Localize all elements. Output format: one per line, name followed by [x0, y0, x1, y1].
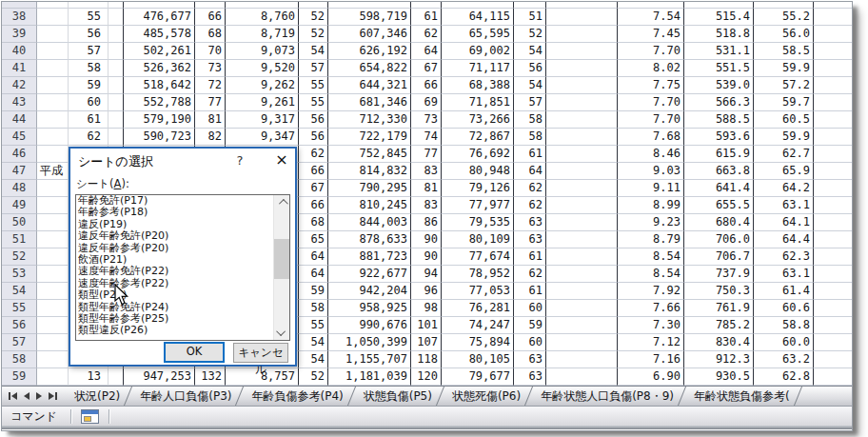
row-header[interactable]: 39	[2, 26, 37, 43]
cell[interactable]	[299, 2, 328, 9]
cell[interactable]: 579,190	[124, 111, 195, 129]
cell[interactable]	[814, 43, 852, 60]
cell[interactable]	[108, 129, 124, 146]
cell[interactable]: 7.12	[618, 334, 684, 351]
cell[interactable]: 64,115	[442, 9, 514, 26]
cell[interactable]: 8.79	[618, 231, 684, 248]
cell[interactable]: 68	[195, 26, 226, 43]
cancel-button[interactable]: キャンセル	[233, 343, 288, 363]
cell[interactable]	[37, 351, 69, 368]
cell[interactable]: 947,253	[124, 368, 195, 386]
cell[interactable]	[546, 60, 618, 77]
cell[interactable]: 80,109	[442, 231, 514, 248]
cell[interactable]: 63	[514, 368, 546, 386]
cell[interactable]	[37, 94, 69, 111]
cell[interactable]: 6.90	[618, 368, 684, 386]
cell[interactable]	[814, 9, 852, 26]
cell[interactable]: 57	[69, 43, 108, 60]
cell[interactable]	[37, 300, 69, 317]
cell[interactable]: 81	[195, 111, 226, 129]
sheet-tab[interactable]: 状態負傷(P5)	[356, 387, 436, 406]
help-icon[interactable]: ?	[232, 153, 247, 168]
cell[interactable]: 64	[411, 43, 442, 60]
cell[interactable]: 56	[69, 26, 108, 43]
cell[interactable]: 77,674	[442, 248, 514, 266]
cell[interactable]	[814, 60, 852, 77]
cell[interactable]	[37, 231, 69, 248]
row-header[interactable]: 56	[2, 317, 37, 334]
cell[interactable]: 485,578	[124, 26, 195, 43]
cell[interactable]	[754, 2, 814, 9]
cell[interactable]: 722,179	[328, 129, 411, 146]
cell[interactable]: 990,676	[328, 317, 411, 334]
cell[interactable]: 737.9	[684, 266, 754, 283]
cell[interactable]	[814, 266, 852, 283]
cell[interactable]: 60.5	[754, 111, 814, 129]
cell[interactable]: 607,346	[328, 26, 411, 43]
cell[interactable]: 65,595	[442, 26, 514, 43]
cell[interactable]: 750.3	[684, 283, 754, 300]
cell[interactable]: 526,362	[124, 60, 195, 77]
next-sheet-button[interactable]	[36, 392, 42, 400]
row-header[interactable]: 45	[2, 129, 37, 146]
cell[interactable]	[546, 266, 618, 283]
cell[interactable]: 1,181,039	[328, 368, 411, 386]
cell[interactable]	[546, 2, 618, 9]
sheet-listbox[interactable]: 年齢免許(P17)年齢参考(P18)違反(P19)違反年齢免許(P20)違反年齢…	[75, 194, 290, 341]
cell[interactable]: 86	[411, 214, 442, 231]
cell[interactable]: 77	[195, 94, 226, 111]
dialog-title-bar[interactable]: シートの選択 ? ×	[70, 149, 295, 173]
cell[interactable]: 66	[299, 163, 328, 180]
cell[interactable]: 62	[69, 129, 108, 146]
cell[interactable]	[442, 2, 514, 9]
cell[interactable]: 75,894	[442, 334, 514, 351]
cell[interactable]: 96	[411, 283, 442, 300]
cell[interactable]: 785.2	[684, 317, 754, 334]
cell[interactable]	[37, 214, 69, 231]
cell[interactable]: 57	[299, 60, 328, 77]
cell[interactable]: 69	[411, 94, 442, 111]
sheet-option[interactable]: 違反年齢免許(P20)	[76, 230, 289, 242]
cell[interactable]: 60.0	[754, 334, 814, 351]
cell[interactable]	[328, 2, 411, 9]
cell[interactable]: 54	[514, 43, 546, 60]
cell[interactable]	[546, 77, 618, 94]
cell[interactable]: 90	[411, 248, 442, 266]
cell[interactable]: 63	[514, 231, 546, 248]
cell[interactable]: 70	[195, 43, 226, 60]
row-header[interactable]: 43	[2, 94, 37, 111]
cell[interactable]: 58	[514, 129, 546, 146]
cell[interactable]	[37, 129, 69, 146]
cell[interactable]	[546, 197, 618, 214]
cell[interactable]: 1,155,707	[328, 351, 411, 368]
cell[interactable]: 72	[195, 77, 226, 94]
scroll-down-icon[interactable]	[274, 326, 290, 340]
row-header[interactable]: 50	[2, 214, 37, 231]
cell[interactable]: 118	[411, 351, 442, 368]
cell[interactable]: 63.1	[754, 197, 814, 214]
cell[interactable]	[814, 317, 852, 334]
cell[interactable]	[37, 368, 69, 386]
cell[interactable]	[108, 94, 124, 111]
cell[interactable]	[814, 26, 852, 43]
cell[interactable]: 61	[69, 111, 108, 129]
cell[interactable]: 9,347	[226, 129, 299, 146]
cell[interactable]: 57	[514, 94, 546, 111]
cell[interactable]	[546, 94, 618, 111]
cell[interactable]: 59.9	[754, 129, 814, 146]
cell[interactable]: 712,330	[328, 111, 411, 129]
cell[interactable]: 68	[299, 214, 328, 231]
cell[interactable]	[814, 111, 852, 129]
cell[interactable]	[37, 146, 69, 163]
ok-button[interactable]: OK	[164, 342, 225, 363]
cell[interactable]	[108, 60, 124, 77]
cell[interactable]: 942,204	[328, 283, 411, 300]
cell[interactable]	[814, 231, 852, 248]
sheet-tab[interactable]: 年齢負傷参考(P4)	[244, 387, 346, 406]
cell[interactable]: 65	[299, 231, 328, 248]
cell[interactable]: 54	[514, 77, 546, 94]
cell[interactable]: 7.70	[618, 43, 684, 60]
cell[interactable]: 64	[299, 248, 328, 266]
cell[interactable]: 814,832	[328, 163, 411, 180]
cell[interactable]: 61	[514, 248, 546, 266]
